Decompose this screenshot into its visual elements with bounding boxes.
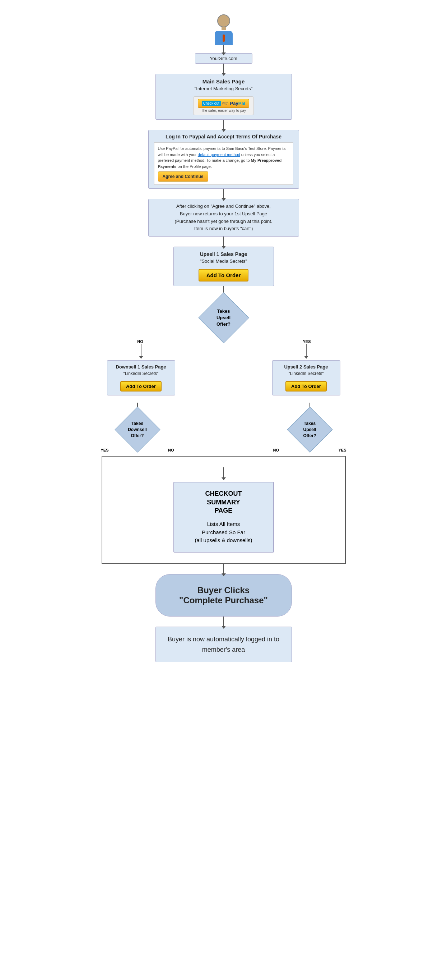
upsell1-box: Upsell 1 Sales Page "Social Media Secret…: [173, 247, 274, 286]
arrow-to-checkout: [224, 467, 224, 478]
arrow-2: [224, 64, 224, 74]
person-body: [215, 31, 233, 45]
upsell2-btn[interactable]: Add To Order: [285, 381, 327, 391]
paypal-logo-text: PayPal: [230, 101, 246, 106]
yes-downsell-left: YES: [101, 448, 109, 452]
upsell2-subtitle: "LinkedIn Secrets": [277, 371, 336, 376]
flowchart: YourSite.com Main Sales Page "Internet M…: [94, 7, 353, 673]
diamond-row-2: Takes Downsell Offer? Takes Upsell Offer…: [98, 402, 349, 449]
downsell1-subtitle: "LinkedIn Secrets": [112, 371, 171, 376]
main-sales-subtitle: "Internet Marketing Secrets": [163, 86, 284, 91]
no-downsell-right: NO: [168, 448, 174, 452]
yes-upsell2-right: YES: [338, 448, 346, 452]
arrow-4: [224, 189, 224, 199]
paypal-login-title: Log In To Paypal And Accept Terms Of Pur…: [154, 134, 293, 140]
paypal-login-inner: Use PayPal for automatic payments to Sam…: [154, 142, 293, 185]
right-branch-yes: YES Upsell 2 Sales Page "LinkedIn Secret…: [270, 339, 342, 395]
checkout-title: CHECKOUTSUMMARYPAGE: [181, 490, 266, 515]
upsell1-title: Upsell 1 Sales Page: [181, 251, 266, 257]
no-label-left: NO: [137, 339, 143, 344]
upsell2-box: Upsell 2 Sales Page "LinkedIn Secrets" A…: [272, 360, 340, 395]
diamond-downsell-wrapper: Takes Downsell Offer?: [109, 410, 166, 449]
downsell1-btn-label: Add To Order: [126, 383, 156, 389]
dd-line3: Offer?: [131, 433, 144, 438]
downsell-diamond-col: Takes Downsell Offer?: [98, 402, 177, 449]
main-sales-title: Main Sales Page: [163, 78, 284, 84]
downsell1-title: Downsell 1 Sales Page: [112, 364, 171, 369]
arrow-5: [224, 237, 224, 247]
main-sales-page-box: Main Sales Page "Internet Marketing Secr…: [155, 74, 292, 120]
buyer-clicks-text: Buyer Clicks"Complete Purchase": [179, 585, 268, 605]
checkout-summary-box: CHECKOUTSUMMARYPAGE Lists All ItemsPurch…: [173, 482, 274, 552]
downsell-labels: YES NO: [98, 448, 177, 452]
arrow-7: [224, 564, 224, 574]
diamond-upsell1-wrapper: Takes Upsell Offer?: [188, 296, 260, 339]
site-label: YourSite.com: [210, 56, 237, 61]
buyer-clicks-box: Buyer Clicks"Complete Purchase": [155, 574, 292, 617]
agree-continue-btn[interactable]: Agree and Continue: [158, 172, 208, 181]
upsell1-add-btn[interactable]: Add To Order: [198, 269, 249, 282]
returns-box: After clicking on "Agree and Continue" a…: [148, 199, 299, 237]
paypal-body-1: Use PayPal for automatic payments to Sam…: [158, 146, 286, 169]
with-label: with: [222, 101, 229, 105]
diamond-upsell2-text: Takes Upsell Offer?: [303, 421, 316, 439]
arrow-1: [224, 45, 224, 53]
du2-line1: Takes: [304, 421, 315, 426]
paypal-checkout-area: Check out with PayPal The safer, easier …: [193, 96, 254, 115]
person-neck: [222, 27, 226, 30]
checkout-subtitle-text: Lists All ItemsPurchased So Far(all upse…: [195, 521, 252, 543]
dd-line2: Downsell: [128, 427, 147, 432]
diamond-labels-row: YES NO NO YES: [98, 448, 349, 452]
paypal-login-box: Log In To Paypal And Accept Terms Of Pur…: [148, 130, 299, 189]
paypal-link-1[interactable]: default payment method: [198, 153, 240, 157]
arrow-3: [224, 120, 224, 130]
diamond-upsell1-line3: Offer?: [217, 321, 230, 327]
checkout-title-text: CHECKOUTSUMMARYPAGE: [205, 490, 242, 514]
upsell2-labels: NO YES: [270, 448, 349, 452]
agree-btn-label: Agree and Continue: [163, 174, 204, 179]
yes-label-right: YES: [303, 339, 311, 344]
checkout-subtitle: Lists All ItemsPurchased So Far(all upse…: [181, 520, 266, 545]
upsell1-btn-label: Add To Order: [206, 272, 241, 278]
branch-row-1: NO Downsell 1 Sales Page "LinkedIn Secre…: [105, 339, 342, 395]
diamond-upsell1-line2: Upsell: [217, 315, 230, 320]
diamond-upsell1-text: Takes Upsell Offer?: [217, 308, 230, 328]
du2-line2: Upsell: [303, 427, 316, 432]
upsell1-subtitle: "Social Media Secrets": [181, 258, 266, 264]
diamond-upsell2-wrapper: Takes Upsell Offer?: [281, 410, 339, 449]
returns-text: After clicking on "Agree and Continue" a…: [174, 204, 272, 231]
final-box: Buyer is now automatically logged in to …: [155, 627, 292, 663]
no-upsell2-left: NO: [273, 448, 279, 452]
du2-line3: Offer?: [303, 433, 316, 438]
paypal-link-2: My Preapproved Payments: [158, 158, 282, 169]
left-branch-no: NO Downsell 1 Sales Page "LinkedIn Secre…: [105, 339, 177, 395]
outer-box: CHECKOUTSUMMARYPAGE Lists All ItemsPurch…: [101, 456, 346, 564]
upsell2-btn-label: Add To Order: [291, 383, 321, 389]
arrow-8: [224, 617, 224, 627]
upsell2-title: Upsell 2 Sales Page: [277, 364, 336, 369]
downsell1-box: Downsell 1 Sales Page "LinkedIn Secrets"…: [107, 360, 175, 395]
paypal-tagline: The safer, easier way to pay: [201, 108, 246, 113]
downsell1-btn[interactable]: Add To Order: [120, 381, 162, 391]
dd-line1: Takes: [132, 421, 143, 426]
upsell2-diamond-col: Takes Upsell Offer?: [270, 402, 349, 449]
person-head: [217, 14, 230, 27]
diamond-downsell-text: Takes Downsell Offer?: [128, 421, 147, 439]
checkout-label: Check out: [202, 101, 221, 106]
person-icon: [215, 14, 233, 45]
final-box-text: Buyer is now automatically logged in to …: [168, 636, 279, 653]
paypal-checkout-btn[interactable]: Check out with PayPal: [198, 99, 249, 108]
diamond-upsell1-line1: Takes: [217, 309, 230, 314]
